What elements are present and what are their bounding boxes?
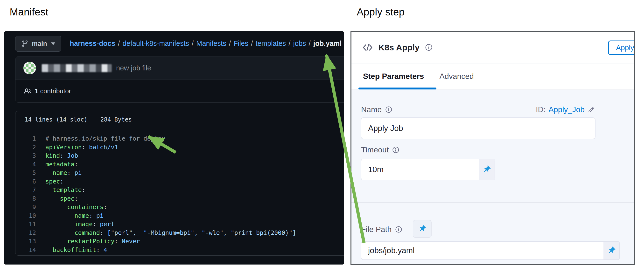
code-line-4: 4metadata: (16, 160, 344, 169)
timeout-input-type-selector[interactable] (479, 159, 494, 180)
line-number-7[interactable]: 7 (16, 186, 36, 194)
commit-box: new job file 1 contributor (15, 56, 344, 103)
breadcrumb-segment-default-k8s-manifests[interactable]: default-k8s-manifests (122, 39, 189, 47)
breadcrumb-segment-templates[interactable]: templates (256, 39, 286, 47)
contributor-label: contributor (40, 87, 71, 95)
code-segment-key: spec (60, 195, 74, 202)
code-segment-key: backoffLimit (52, 247, 96, 254)
info-icon[interactable] (425, 43, 433, 51)
code-segment-pun: : (114, 238, 122, 245)
line-number-8[interactable]: 8 (16, 194, 36, 203)
people-icon (24, 87, 32, 95)
section-divider (352, 202, 634, 203)
filepath-type-selector-button[interactable] (413, 220, 432, 238)
code-segment-pun: : (93, 221, 100, 228)
code-segment-key: command (74, 229, 100, 236)
pencil-icon[interactable] (588, 106, 595, 113)
name-input[interactable] (361, 117, 596, 139)
line-number-11[interactable]: 11 (16, 220, 36, 229)
breadcrumb-segment-harness-docs[interactable]: harness-docs (70, 39, 116, 47)
code-text: name: pi (46, 169, 82, 177)
pin-icon (607, 246, 616, 255)
line-number-1[interactable]: 1 (16, 134, 36, 143)
code-text: restartPolicy: Never (46, 237, 140, 246)
code-line-1: 1# harness.io/skip-file-for-deploy (16, 134, 344, 143)
code-segment-key: template (52, 186, 82, 193)
line-number-6[interactable]: 6 (16, 177, 36, 186)
line-number-4[interactable]: 4 (16, 160, 36, 169)
code-segment-pun: : (67, 169, 74, 176)
name-input-wrap (361, 117, 596, 139)
code-line-14: 14 backoffLimit: 4 (16, 246, 344, 255)
breadcrumb-separator: / (192, 39, 194, 47)
line-number-12[interactable]: 12 (16, 229, 36, 237)
screenshot-root: Manifest Apply step main harness-docs/de… (0, 0, 644, 272)
avatar[interactable] (24, 62, 36, 74)
code-segment-key: kind (46, 152, 60, 159)
filepath-input-wrap (361, 241, 620, 260)
apply-step-heading: Apply step (357, 6, 404, 18)
code-segment-pun: : (96, 247, 104, 254)
timeout-input-wrap (361, 159, 495, 180)
line-number-10[interactable]: 10 (16, 212, 36, 220)
timeout-input[interactable] (361, 159, 495, 180)
chevron-down-icon (51, 42, 55, 45)
name-label: Name (361, 105, 382, 114)
line-number-14[interactable]: 14 (16, 246, 36, 255)
code-segment-pun (46, 238, 67, 245)
code-segment-value: perl (100, 221, 114, 228)
code-segment-key: - (67, 212, 74, 219)
info-icon[interactable] (385, 106, 392, 113)
breadcrumb-separator: / (118, 39, 120, 47)
code-segment-pun (46, 169, 52, 176)
tab-step-parameters[interactable]: Step Parameters (363, 72, 424, 81)
code-segment-comment: # harness.io/skip-file-for-deploy (46, 135, 165, 142)
code-segment-pun: : (104, 204, 107, 211)
code-text: - name: pi (46, 212, 104, 220)
code-line-12: 12 command: ["perl", "-Mbignum=bpi", "-w… (16, 229, 344, 237)
code-segment-pun: : (60, 152, 67, 159)
line-number-2[interactable]: 2 (16, 143, 36, 152)
line-number-3[interactable]: 3 (16, 151, 36, 160)
manifest-heading: Manifest (10, 6, 48, 18)
code-text: command: ["perl", "-Mbignum=bpi", "-wle"… (46, 229, 296, 237)
name-field-label-row: Name (361, 105, 392, 114)
branch-selector-button[interactable]: main (15, 36, 61, 52)
code-segment-pun (46, 229, 74, 236)
id-label: ID: (536, 105, 546, 114)
code-line-9: 9 containers: (16, 203, 344, 212)
code-segment-key: name (52, 169, 67, 176)
code-segment-key: containers (67, 204, 104, 211)
latest-commit-row: new job file (16, 56, 344, 80)
info-icon[interactable] (392, 146, 400, 154)
line-number-5[interactable]: 5 (16, 169, 36, 177)
tab-advanced[interactable]: Advanced (440, 72, 474, 81)
code-segment-pun (46, 221, 74, 228)
code-segment-value: batch/v1 (89, 144, 118, 151)
file-lines-meta: 14 lines (14 sloc) (24, 116, 88, 123)
code-segment-value: Job (67, 152, 78, 159)
breadcrumb-segment-job.yaml: job.yaml (313, 39, 342, 47)
filepath-input[interactable] (361, 241, 620, 260)
breadcrumb-separator: / (289, 39, 290, 47)
breadcrumb-separator: / (251, 39, 253, 47)
code-line-6: 6spec: (16, 177, 344, 186)
id-value-link[interactable]: Apply_Job (549, 105, 584, 114)
code-text: spec: (46, 194, 78, 203)
code-text: containers: (46, 203, 107, 212)
code-text: metadata: (46, 160, 78, 169)
apply-button[interactable]: Apply (608, 40, 635, 55)
code-segment-key: name (74, 212, 89, 219)
line-number-13[interactable]: 13 (16, 237, 36, 246)
commit-author-redacted[interactable] (42, 64, 112, 72)
breadcrumb: harness-docs/default-k8s-manifests/Manif… (70, 31, 342, 55)
code-text: kind: Job (46, 151, 78, 160)
breadcrumb-segment-Files[interactable]: Files (234, 39, 248, 47)
code-segment-key: spec (46, 178, 60, 185)
contributors-row[interactable]: 1 contributor (16, 80, 344, 102)
line-number-9[interactable]: 9 (16, 203, 36, 212)
filepath-input-type-selector[interactable] (604, 242, 620, 260)
breadcrumb-segment-Manifests[interactable]: Manifests (196, 39, 226, 47)
breadcrumb-segment-jobs[interactable]: jobs (293, 39, 306, 47)
info-icon[interactable] (395, 226, 402, 233)
